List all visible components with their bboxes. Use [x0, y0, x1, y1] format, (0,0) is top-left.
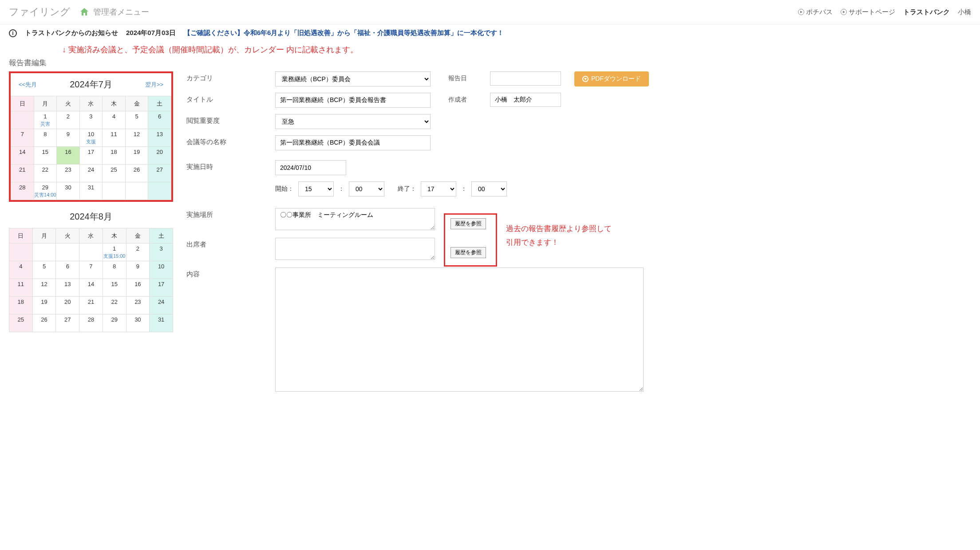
cal-cell[interactable]: 31 [150, 314, 173, 332]
pdf-download-button[interactable]: PDFダウンロード [574, 71, 649, 86]
cal-cell[interactable]: 21 [11, 165, 34, 182]
cal-cell[interactable]: 19 [125, 147, 148, 165]
cal-cell[interactable]: 29 [103, 314, 126, 332]
cal-cell[interactable]: 22 [103, 297, 126, 314]
cal-cell[interactable] [9, 244, 33, 261]
cal-cell[interactable]: 6 [148, 111, 171, 129]
cal-cell[interactable]: 12 [32, 279, 56, 297]
cal-cell[interactable]: 18 [9, 297, 33, 314]
cal-cell[interactable]: 14 [11, 147, 34, 165]
cal-cell[interactable]: 25 [103, 165, 126, 182]
cal-cell[interactable]: 27 [56, 314, 79, 332]
cal-cell[interactable] [148, 182, 171, 200]
cal-event[interactable]: 災害14:00 [34, 192, 57, 198]
cal-cell[interactable]: 9 [57, 129, 80, 147]
admin-menu-link[interactable]: 管理者メニュー [93, 7, 149, 17]
dow-thu: 木 [103, 96, 126, 111]
cal-cell[interactable]: 1支援15:00 [103, 244, 126, 261]
cal-cell[interactable]: 8 [103, 261, 126, 279]
cal-cell[interactable]: 9 [126, 261, 150, 279]
prev-month-link[interactable]: <<先月 [19, 81, 37, 89]
cal-cell[interactable]: 7 [11, 129, 34, 147]
report-date-input[interactable] [490, 71, 561, 86]
cal-cell[interactable]: 21 [79, 297, 103, 314]
cal-cell[interactable]: 4 [9, 261, 33, 279]
end-min-select[interactable]: 00 [471, 181, 507, 196]
importance-select[interactable]: 至急 [275, 114, 431, 129]
cal-cell[interactable] [103, 182, 126, 200]
cal-event[interactable]: 支援15:00 [103, 253, 126, 259]
cal-cell[interactable]: 2 [126, 244, 150, 261]
cal-cell[interactable]: 15 [34, 147, 57, 165]
cal-cell[interactable]: 28 [79, 314, 103, 332]
cal-cell[interactable]: 16 [126, 279, 150, 297]
history-ref-button-attendee[interactable]: 履歴を参照 [450, 247, 486, 258]
cal-cell[interactable] [11, 111, 34, 129]
cal-cell[interactable]: 2 [57, 111, 80, 129]
cal-cell[interactable]: 30 [126, 314, 150, 332]
cal-cell[interactable] [79, 244, 103, 261]
start-hour-select[interactable]: 15 [298, 181, 334, 196]
category-select[interactable]: 業務継続（BCP）委員会 [275, 71, 431, 86]
next-month-link[interactable]: 翌月>> [145, 81, 163, 89]
cal-cell[interactable]: 31 [79, 182, 103, 200]
history-ref-button-place[interactable]: 履歴を参照 [450, 218, 486, 229]
end-hour-select[interactable]: 17 [421, 181, 456, 196]
cal-cell[interactable]: 24 [150, 297, 173, 314]
cal-cell[interactable]: 17 [79, 147, 103, 165]
content-textarea[interactable] [275, 267, 644, 392]
start-min-select[interactable]: 00 [349, 181, 384, 196]
cal-cell-today[interactable]: 16 [57, 147, 80, 165]
cal-cell[interactable]: 8 [34, 129, 57, 147]
cal-cell[interactable]: 3 [79, 111, 103, 129]
cal-cell[interactable]: 15 [103, 279, 126, 297]
cal-cell[interactable]: 20 [56, 297, 79, 314]
cal-cell[interactable]: 5 [125, 111, 148, 129]
home-icon[interactable] [79, 7, 90, 17]
cal-cell[interactable]: 13 [148, 129, 171, 147]
cal-cell[interactable]: 10 [150, 261, 173, 279]
cal-cell[interactable]: 25 [9, 314, 33, 332]
cal-cell[interactable]: 3 [150, 244, 173, 261]
cal-cell[interactable]: 23 [126, 297, 150, 314]
author-input[interactable] [490, 93, 561, 107]
cal-cell[interactable]: 17 [150, 279, 173, 297]
cal-cell[interactable] [56, 244, 79, 261]
cal-cell[interactable]: 14 [79, 279, 103, 297]
cal-cell[interactable]: 13 [56, 279, 79, 297]
attendee-textarea[interactable] [275, 238, 435, 260]
cal-cell[interactable]: 1災害 [34, 111, 57, 129]
cal-cell[interactable]: 26 [125, 165, 148, 182]
cal-cell[interactable]: 6 [56, 261, 79, 279]
cal-cell[interactable]: 11 [9, 279, 33, 297]
cal-cell[interactable]: 23 [57, 165, 80, 182]
meeting-name-input[interactable] [275, 135, 431, 150]
cal-cell[interactable]: 18 [103, 147, 126, 165]
cal-cell[interactable]: 30 [57, 182, 80, 200]
place-textarea[interactable]: 〇〇事業所 ミーティングルーム [275, 208, 435, 230]
title-input[interactable] [275, 93, 431, 108]
cal-cell[interactable]: 19 [32, 297, 56, 314]
calendar-july-highlight: <<先月 2024年7月 翌月>> 日 月 火 水 木 金 土 1災害 2 [9, 71, 173, 202]
cal-cell[interactable]: 26 [32, 314, 56, 332]
link-support[interactable]: サポートページ [841, 8, 895, 16]
cal-event[interactable]: 支援 [80, 138, 103, 145]
cal-cell[interactable] [32, 244, 56, 261]
cal-cell[interactable]: 27 [148, 165, 171, 182]
notice-text[interactable]: 【ご確認ください】令和6年6月より「旧処遇改善」から「福祉・介護職員等処遇改善加… [184, 29, 504, 37]
cal-cell[interactable]: 24 [79, 165, 103, 182]
cal-cell[interactable]: 7 [79, 261, 103, 279]
cal-cell[interactable]: 29災害14:00 [34, 182, 57, 200]
cal-cell[interactable]: 28 [11, 182, 34, 200]
cal-cell[interactable]: 4 [103, 111, 126, 129]
cal-cell[interactable]: 22 [34, 165, 57, 182]
cal-cell[interactable]: 5 [32, 261, 56, 279]
cal-cell[interactable]: 10支援 [79, 129, 103, 147]
cal-event[interactable]: 災害 [34, 121, 57, 127]
date-input[interactable] [275, 160, 346, 175]
cal-cell[interactable]: 20 [148, 147, 171, 165]
cal-cell[interactable] [125, 182, 148, 200]
cal-cell[interactable]: 11 [103, 129, 126, 147]
cal-cell[interactable]: 12 [125, 129, 148, 147]
link-pochipass[interactable]: ポチパス [798, 8, 833, 16]
